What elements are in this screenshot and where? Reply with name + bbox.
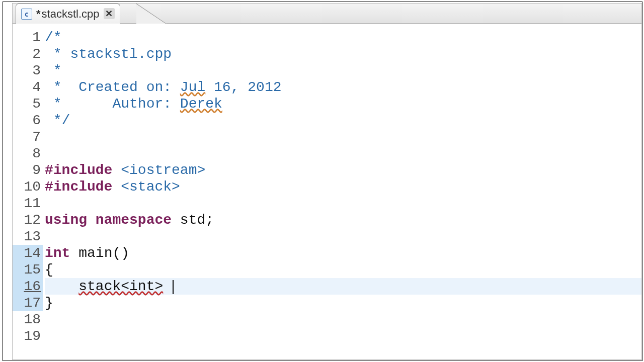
line-number: 9	[13, 162, 43, 178]
code-token: main()	[78, 245, 129, 261]
editor-panel: c * stackstl.cpp ✕ 123456789101112131415…	[12, 3, 642, 360]
line-number: 5	[13, 96, 43, 112]
code-token: }	[45, 295, 53, 311]
cpp-file-icon: c	[21, 9, 32, 20]
line-number-gutter: 12345678910111213141516171819	[13, 24, 43, 359]
line-number: 2	[13, 46, 43, 62]
code-token: <stack>	[121, 179, 180, 195]
code-token: /*	[45, 30, 62, 45]
code-token: * Created on:	[45, 79, 180, 95]
code-line[interactable]: *	[45, 62, 641, 79]
code-line[interactable]: #include <stack>	[45, 178, 641, 195]
code-token: std;	[180, 212, 214, 228]
text-cursor	[173, 280, 174, 294]
code-line[interactable]: stack<int>	[45, 278, 641, 295]
code-line[interactable]	[45, 228, 641, 245]
line-number: 10	[13, 178, 43, 195]
code-token	[45, 279, 78, 294]
line-number: 18	[13, 311, 43, 328]
code-line[interactable]	[45, 311, 641, 328]
line-number: 15	[13, 261, 43, 278]
code-token: using namespace	[45, 212, 180, 228]
tab-filename: stackstl.cpp	[42, 8, 100, 21]
code-token: int	[45, 245, 78, 261]
code-line[interactable]: * stackstl.cpp	[45, 46, 641, 62]
line-number: 4	[13, 79, 43, 96]
line-number: 16	[13, 278, 43, 295]
tab-slope-border	[136, 4, 167, 24]
file-tab[interactable]: c * stackstl.cpp ✕	[16, 4, 120, 24]
line-number: 3	[13, 62, 43, 79]
code-token	[163, 279, 172, 294]
line-number: 12	[13, 212, 43, 228]
code-line[interactable]: }	[45, 295, 641, 311]
line-number: 8	[13, 145, 43, 162]
code-token: 16, 2012	[205, 79, 281, 95]
line-number: 6	[13, 112, 43, 129]
code-area[interactable]: /* * stackstl.cpp * * Created on: Jul 16…	[45, 24, 641, 359]
code-line[interactable]	[45, 145, 641, 162]
code-token: #include	[45, 162, 121, 178]
editor-window: c * stackstl.cpp ✕ 123456789101112131415…	[2, 1, 643, 361]
code-token: *	[45, 46, 70, 62]
code-line[interactable]: using namespace std;	[45, 212, 641, 228]
code-line[interactable]: * Author: Derek	[45, 96, 641, 112]
code-token: */	[45, 113, 70, 128]
line-number: 17	[13, 295, 43, 311]
code-line[interactable]: */	[45, 112, 641, 129]
code-line[interactable]: int main()	[45, 245, 641, 261]
code-line[interactable]: /*	[45, 29, 641, 46]
code-token: Derek	[180, 96, 222, 112]
code-line[interactable]: {	[45, 261, 641, 278]
code-token: {	[45, 262, 53, 278]
code-line[interactable]: #include <iostream>	[45, 162, 641, 178]
line-number: 7	[13, 129, 43, 145]
code-token: <iostream>	[121, 162, 205, 178]
code-line[interactable]	[45, 195, 641, 212]
line-number: 11	[13, 195, 43, 212]
code-token: stackstl.cpp	[70, 46, 172, 62]
code-token: *	[45, 63, 62, 78]
code-token: #include	[45, 179, 121, 195]
code-token: Jul	[180, 79, 205, 95]
line-number: 14	[13, 245, 43, 261]
close-icon[interactable]: ✕	[104, 8, 115, 19]
code-line[interactable]	[45, 129, 641, 145]
code-line[interactable]	[45, 328, 641, 344]
line-number: 1	[13, 29, 43, 46]
dirty-marker: *	[36, 8, 41, 21]
code-editor[interactable]: 12345678910111213141516171819 /* * stack…	[13, 24, 641, 359]
line-number: 19	[13, 328, 43, 344]
line-number: 13	[13, 228, 43, 245]
code-token: * Author:	[45, 96, 180, 112]
tab-bar: c * stackstl.cpp ✕	[13, 4, 641, 24]
code-token: stack<int>	[78, 279, 163, 294]
code-line[interactable]: * Created on: Jul 16, 2012	[45, 79, 641, 96]
